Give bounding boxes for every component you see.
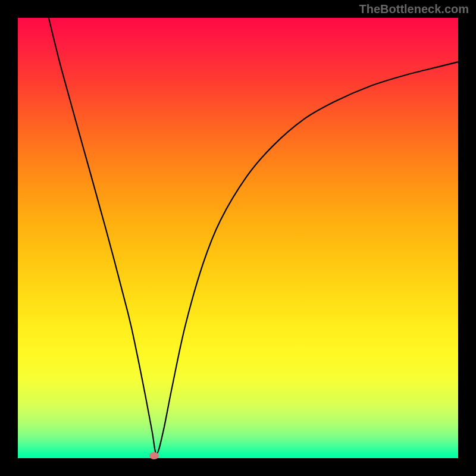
- curve-svg: [18, 18, 458, 458]
- optimum-marker: [149, 452, 159, 459]
- chart-plot-area: [18, 18, 458, 458]
- bottleneck-curve-path: [49, 18, 458, 454]
- watermark-text: TheBottleneck.com: [359, 2, 469, 16]
